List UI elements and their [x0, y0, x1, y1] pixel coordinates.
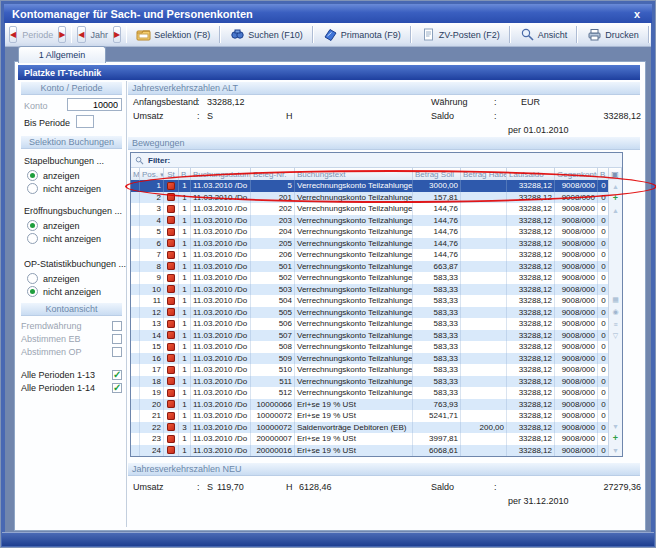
bookings-grid: Filter: MPos.▼StBBuchungsdatumBeleg-Nr.B…	[130, 152, 623, 457]
scroll-up-icon[interactable]: ▲	[609, 204, 622, 216]
sort-icon[interactable]: ≡	[609, 318, 622, 330]
table-row[interactable]: 4111.03.2010 /Do203Verrechnungskonto Tei…	[131, 215, 609, 227]
cell-gegen: 9008/000	[555, 353, 598, 365]
table-row[interactable]: 1111.03.2010 /Do5Verrechnungskonto Teilz…	[131, 180, 609, 192]
append-row-icon[interactable]: +	[609, 432, 622, 444]
periode-next-button[interactable]: ▶	[58, 26, 66, 43]
cell-haben	[461, 410, 507, 422]
toolbar-separator	[219, 26, 221, 43]
table-row[interactable]: 6111.03.2010 /Do205Verrechnungskonto Tei…	[131, 238, 609, 250]
bis-periode-input[interactable]	[76, 115, 94, 128]
table-row[interactable]: 12111.03.2010 /Do505Verrechnungskonto Te…	[131, 307, 609, 319]
cell-b: 1	[179, 364, 191, 376]
zv-posten-button[interactable]: ZV-Posten (F2)	[417, 25, 504, 44]
suchen-button[interactable]: Suchen (F10)	[226, 25, 307, 44]
jahr-prev-button[interactable]: ◀	[77, 26, 85, 43]
panel-divider	[126, 81, 127, 527]
checkbox-label: Abstimmen EB	[21, 334, 81, 344]
table-row[interactable]: 23111.03.2010 /Do20000007Erl+se 19 % USt…	[131, 433, 609, 445]
colon: :	[494, 482, 497, 492]
window-bottom-border	[2, 532, 654, 546]
cell-lauf: 33288,12	[507, 422, 555, 434]
table-row[interactable]: 2111.03.2010 /Do201Verrechnungskonto Tei…	[131, 192, 609, 204]
cell-beleg: 504	[251, 295, 295, 307]
cell-text: Verrechnungskonto Teilzahlungen	[295, 192, 413, 204]
scroll-down-icon[interactable]: ▼	[609, 420, 622, 432]
cell-gegen: 9008/000	[555, 387, 598, 399]
ansicht-button[interactable]: Ansicht	[516, 25, 572, 44]
table-row[interactable]: 8111.03.2010 /Do501Verrechnungskonto Tei…	[131, 261, 609, 273]
selektion-button[interactable]: Selektion (F8)	[132, 25, 214, 44]
table-row[interactable]: 14111.03.2010 /Do507Verrechnungskonto Te…	[131, 330, 609, 342]
radio-option[interactable]: anzeigen	[27, 273, 80, 284]
grid-filter-row[interactable]: Filter:	[131, 153, 622, 168]
cell-datum: 11.03.2010 /Do	[191, 422, 251, 434]
radio-option[interactable]: nicht anzeigen	[27, 183, 101, 194]
toolbar-button-label: ZV-Posten (F2)	[439, 30, 500, 40]
table-row[interactable]: 7111.03.2010 /Do206Verrechnungskonto Tei…	[131, 249, 609, 261]
cell-soll: 583,33	[413, 284, 461, 296]
radio-option[interactable]: nicht anzeigen	[27, 286, 101, 297]
table-row[interactable]: 10111.03.2010 /Do503Verrechnungskonto Te…	[131, 284, 609, 296]
cell-gegen: 9008/000	[555, 226, 598, 238]
table-row[interactable]: 20111.03.2010 /Do10000066Erl+se 19 % USt…	[131, 399, 609, 411]
cell-b: 1	[179, 261, 191, 273]
radio-option[interactable]: anzeigen	[27, 220, 80, 231]
cell-m	[131, 353, 140, 365]
table-row[interactable]: 22311.03.2010 /Do10000072Saldenvorträge …	[131, 422, 609, 434]
scroll-top-icon[interactable]: ▲	[609, 180, 622, 192]
table-row[interactable]: 11111.03.2010 /Do504Verrechnungskonto Te…	[131, 295, 609, 307]
stamp-icon	[167, 400, 175, 408]
checkbox-row[interactable]: Alle Perioden 1-13	[21, 370, 122, 380]
checkbox-row[interactable]: Abstimmen EB	[21, 334, 122, 344]
cell-haben	[461, 433, 507, 445]
cell-m	[131, 330, 140, 342]
zoom-icon[interactable]: ◉	[609, 306, 622, 318]
cell-beleg: 20000007	[251, 433, 295, 445]
scroll-bottom-icon[interactable]: ▼	[609, 444, 622, 456]
table-row[interactable]: 5111.03.2010 /Do204Verrechnungskonto Tei…	[131, 226, 609, 238]
cell-m	[131, 180, 140, 192]
radio-option-label: anzeigen	[43, 171, 80, 181]
table-row[interactable]: 16111.03.2010 /Do509Verrechnungskonto Te…	[131, 353, 609, 365]
cell-datum: 11.03.2010 /Do	[191, 387, 251, 399]
table-row[interactable]: 15111.03.2010 /Do508Verrechnungskonto Te…	[131, 341, 609, 353]
checkbox-row[interactable]: Fremdwährung	[21, 321, 122, 331]
column-header-label: B	[600, 170, 605, 179]
checkbox-row[interactable]: Alle Perioden 1-14	[21, 383, 122, 393]
primanota-button[interactable]: Primanota (F9)	[319, 25, 405, 44]
cell-pos: 15	[140, 341, 164, 353]
grid-view-icon[interactable]: ▦	[609, 294, 622, 306]
jahr-next-button[interactable]: ▶	[113, 26, 121, 43]
table-row[interactable]: 19111.03.2010 /Do512Verrechnungskonto Te…	[131, 387, 609, 399]
table-row[interactable]: 17111.03.2010 /Do510Verrechnungskonto Te…	[131, 364, 609, 376]
cell-haben	[461, 203, 507, 215]
cell-lauf: 33288,12	[507, 330, 555, 342]
radio-option[interactable]: anzeigen	[27, 170, 80, 181]
account-caption: Platzke IT-Technik	[18, 65, 640, 80]
column-header-label: Gegenkonto	[557, 170, 598, 179]
bis-periode-label: Bis Periode	[24, 118, 70, 128]
colon: :	[197, 111, 200, 121]
table-row[interactable]: 18111.03.2010 /Do511Verrechnungskonto Te…	[131, 376, 609, 388]
table-row[interactable]: 13111.03.2010 /Do506Verrechnungskonto Te…	[131, 318, 609, 330]
tab-allgemein[interactable]: 1 Allgemein	[18, 46, 106, 63]
waehrung-label: Währung	[431, 97, 468, 107]
cell-b: 1	[179, 307, 191, 319]
column-header-label: B	[181, 170, 186, 179]
add-row-icon[interactable]: +	[609, 192, 622, 204]
konto-input[interactable]	[67, 98, 122, 111]
filter-icon[interactable]: ▽	[609, 330, 622, 342]
close-icon[interactable]: x	[630, 8, 644, 20]
cell-soll: 3997,81	[413, 433, 461, 445]
table-row[interactable]: 21111.03.2010 /Do10000072Erl+se 19 % USt…	[131, 410, 609, 422]
table-row[interactable]: 3111.03.2010 /Do202Verrechnungskonto Tei…	[131, 203, 609, 215]
table-row[interactable]: 9111.03.2010 /Do502Verrechnungskonto Tei…	[131, 272, 609, 284]
checkbox-row[interactable]: Abstimmen OP	[21, 347, 122, 357]
booking-state-icon	[164, 192, 179, 204]
drucken-button[interactable]: Drucken	[583, 25, 643, 44]
table-row[interactable]: 24111.03.2010 /Do20000016Erl+se 19 % USt…	[131, 445, 609, 457]
periode-prev-button[interactable]: ◀	[9, 26, 17, 43]
radio-option[interactable]: nicht anzeigen	[27, 233, 101, 244]
cell-gegen: 9008/000	[555, 307, 598, 319]
